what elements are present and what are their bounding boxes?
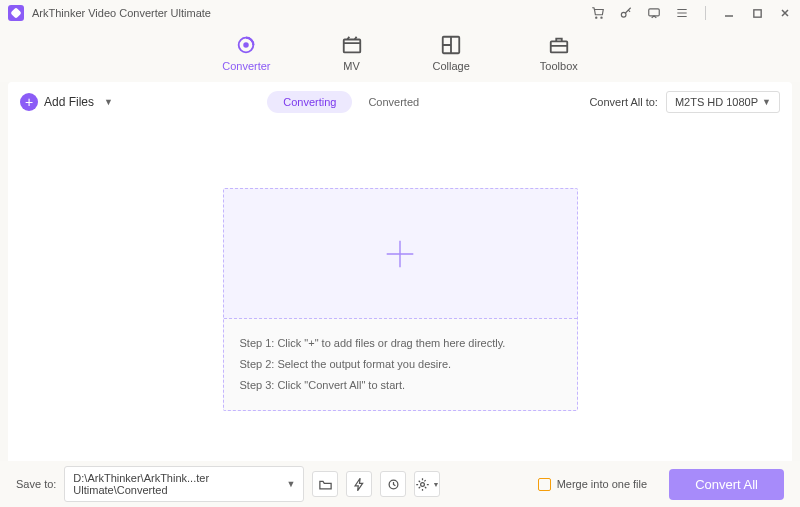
open-folder-button[interactable]: [312, 471, 338, 497]
instructions: Step 1: Click "+" to add files or drag t…: [224, 319, 577, 410]
app-title: ArkThinker Video Converter Ultimate: [32, 7, 211, 19]
hw-accel-on-button[interactable]: [346, 471, 372, 497]
dropzone-add-area[interactable]: [224, 189, 577, 319]
chevron-down-icon: ▼: [432, 481, 439, 488]
tab-collage[interactable]: Collage: [433, 34, 470, 72]
hw-accel-off-button[interactable]: [380, 471, 406, 497]
menu-icon[interactable]: [675, 6, 689, 20]
step-1: Step 1: Click "+" to add files or drag t…: [240, 333, 561, 354]
svg-rect-3: [649, 9, 660, 16]
mode-converted[interactable]: Converted: [352, 91, 435, 113]
footer: Save to: D:\ArkThinker\ArkThink...ter Ul…: [0, 461, 800, 507]
svg-point-0: [596, 17, 597, 18]
svg-rect-7: [343, 40, 360, 53]
plus-icon: +: [20, 93, 38, 111]
chevron-down-icon: ▼: [286, 479, 295, 489]
toolbar: + Add Files ▼ Converting Converted Conve…: [8, 82, 792, 122]
separator: [705, 6, 706, 20]
main-tabs: Converter MV Collage Toolbox: [0, 26, 800, 82]
settings-button[interactable]: ▼: [414, 471, 440, 497]
svg-point-2: [621, 12, 626, 17]
format-dropdown[interactable]: M2TS HD 1080P ▼: [666, 91, 780, 113]
dropzone: Step 1: Click "+" to add files or drag t…: [223, 188, 578, 411]
add-files-button[interactable]: + Add Files ▼: [20, 93, 113, 111]
feedback-icon[interactable]: [647, 6, 661, 20]
chevron-down-icon: ▼: [104, 97, 113, 107]
mode-toggle: Converting Converted: [267, 91, 435, 113]
tab-mv[interactable]: MV: [341, 34, 363, 72]
mv-icon: [341, 34, 363, 56]
close-button[interactable]: [778, 6, 792, 20]
maximize-button[interactable]: [750, 6, 764, 20]
toolbox-icon: [548, 34, 570, 56]
svg-point-11: [421, 482, 425, 486]
main-area: Step 1: Click "+" to add files or drag t…: [8, 122, 792, 477]
key-icon[interactable]: [619, 6, 633, 20]
svg-rect-4: [753, 9, 760, 16]
svg-point-6: [245, 43, 249, 47]
titlebar: ArkThinker Video Converter Ultimate: [0, 0, 800, 26]
app-icon: [8, 5, 24, 21]
checkbox-icon: [538, 478, 551, 491]
collage-icon: [440, 34, 462, 56]
svg-point-1: [601, 17, 602, 18]
convert-all-to-label: Convert All to:: [589, 96, 657, 108]
mode-converting[interactable]: Converting: [267, 91, 352, 113]
merge-checkbox[interactable]: Merge into one file: [538, 478, 648, 491]
cart-icon[interactable]: [591, 6, 605, 20]
plus-large-icon: [381, 235, 419, 273]
converter-icon: [235, 34, 257, 56]
svg-rect-9: [551, 41, 568, 52]
chevron-down-icon: ▼: [762, 97, 771, 107]
convert-all-button[interactable]: Convert All: [669, 469, 784, 500]
step-3: Step 3: Click "Convert All" to start.: [240, 375, 561, 396]
save-to-label: Save to:: [16, 478, 56, 490]
tab-toolbox[interactable]: Toolbox: [540, 34, 578, 72]
step-2: Step 2: Select the output format you des…: [240, 354, 561, 375]
content-area: + Add Files ▼ Converting Converted Conve…: [8, 82, 792, 477]
minimize-button[interactable]: [722, 6, 736, 20]
save-path-dropdown[interactable]: D:\ArkThinker\ArkThink...ter Ultimate\Co…: [64, 466, 304, 502]
tab-converter[interactable]: Converter: [222, 34, 270, 72]
